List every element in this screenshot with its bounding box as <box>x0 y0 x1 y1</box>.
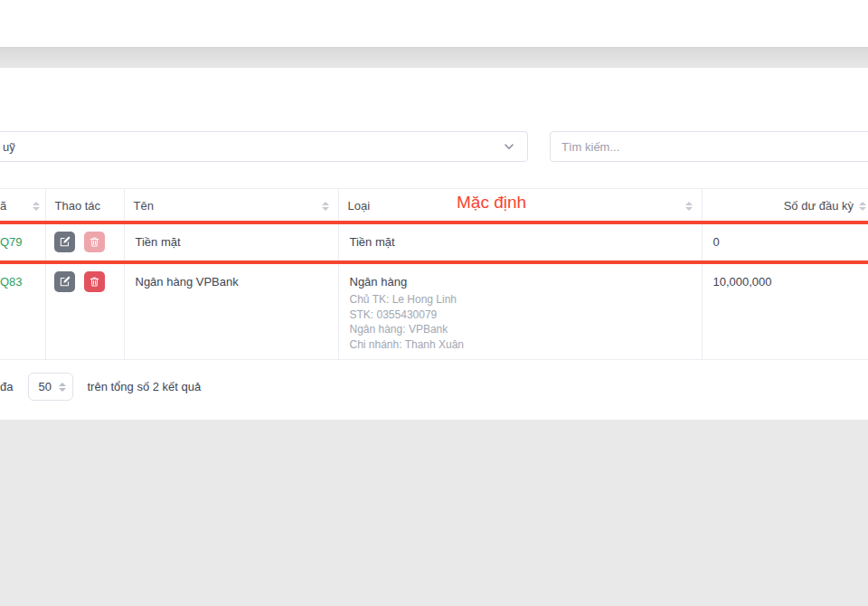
fund-type-select[interactable]: uỹ <box>0 131 528 162</box>
fund-type: Ngân hàng Chủ TK: Le Hong Linh STK: 0355… <box>338 263 702 360</box>
fund-code: Q79 <box>0 223 45 263</box>
detail-branch: Chi nhánh: Thanh Xuân <box>350 337 691 353</box>
detail-bank: Ngân hàng: VPBank <box>350 322 691 337</box>
annotation-default-label: Mặc định <box>457 193 526 213</box>
trash-icon <box>89 236 100 248</box>
funds-table: ã Thao tác Tên Loại <box>0 188 868 360</box>
page: { "colors": { "annotation_red": "#f64530… <box>0 0 868 606</box>
column-label-ten: Tên <box>134 199 154 213</box>
column-header-ma[interactable]: ã <box>0 189 45 223</box>
pencil-square-icon <box>59 276 71 288</box>
edit-button[interactable] <box>54 232 75 252</box>
detail-account-holder: Chủ TK: Le Hong Linh <box>350 292 691 308</box>
fund-type-select-value: uỹ <box>3 140 504 154</box>
delete-button[interactable] <box>84 271 105 292</box>
page-size-label: đa <box>0 380 13 393</box>
table-row: Q83 Ngân hàng VPBank <box>0 263 868 360</box>
column-header-ten[interactable]: Tên <box>124 189 338 223</box>
fund-code: Q83 <box>0 263 45 360</box>
column-label-thao-tac: Thao tác <box>55 199 101 213</box>
delete-button[interactable] <box>84 232 105 252</box>
fund-type-details: Chủ TK: Le Hong Linh STK: 0355430079 Ngâ… <box>350 292 691 352</box>
column-label-ma: ã <box>0 199 6 213</box>
fund-type-main: Tiền mặt <box>350 235 691 249</box>
trash-icon <box>89 276 100 288</box>
sort-icon <box>322 202 329 211</box>
sort-icon <box>685 202 693 211</box>
table-row: Q79 Tiền mặt Tiền mặ <box>0 223 868 263</box>
edit-button[interactable] <box>54 271 75 292</box>
table-header-row: ã Thao tác Tên Loại <box>0 189 868 223</box>
page-size-stepper[interactable]: 50 <box>28 373 73 401</box>
sort-icon <box>33 202 40 211</box>
actions-cell <box>45 263 124 360</box>
column-label-so-du-dau-ky: Số dư đầu kỳ <box>784 199 854 213</box>
results-summary: trên tổng số 2 kết quả <box>87 380 201 393</box>
fund-name: Ngân hàng VPBank <box>124 263 338 360</box>
stepper-arrows-icon <box>59 383 66 392</box>
fund-name: Tiền mặt <box>124 223 338 263</box>
opening-balance: 10,000,000 <box>702 263 868 360</box>
sort-icon <box>859 202 866 211</box>
page-size-value: 50 <box>38 380 59 393</box>
opening-balance: 0 <box>702 223 868 263</box>
annotation-highlight-line-top <box>0 221 868 224</box>
search-input[interactable] <box>550 131 868 162</box>
annotation-highlight-line-bottom <box>0 260 868 264</box>
column-header-thao-tac: Thao tác <box>45 189 124 223</box>
detail-account-number: STK: 0355430079 <box>350 308 691 323</box>
actions-cell <box>45 223 124 263</box>
page-background-strip <box>0 47 868 68</box>
top-navbar <box>0 0 868 47</box>
fund-type-main: Ngân hàng <box>350 275 691 289</box>
chevron-down-icon <box>504 141 514 152</box>
column-label-loai: Loại <box>348 199 371 213</box>
pagination-bar: đa 50 trên tổng số 2 kết quả <box>0 373 201 401</box>
pencil-square-icon <box>59 236 71 248</box>
fund-type: Tiền mặt <box>338 223 702 263</box>
column-header-so-du-dau-ky[interactable]: Số dư đầu kỳ <box>702 189 868 223</box>
